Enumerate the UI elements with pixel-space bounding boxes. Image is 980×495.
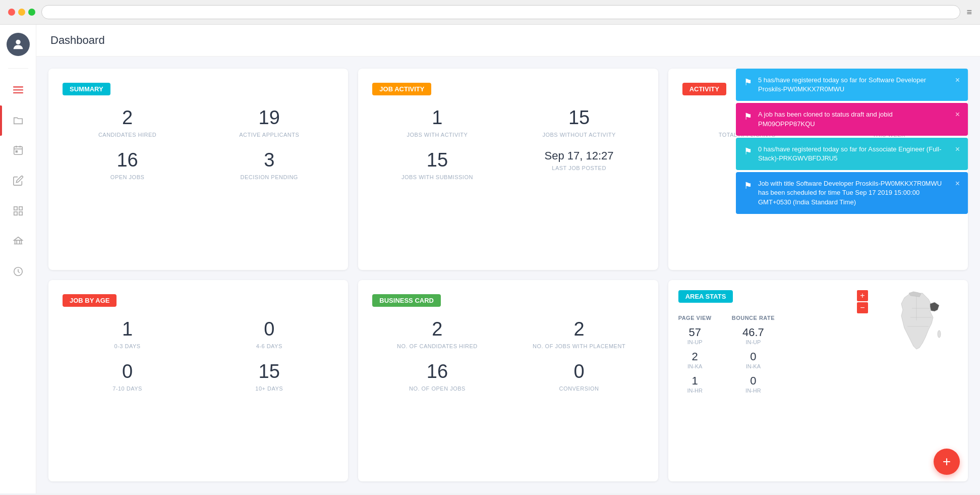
svg-rect-2 [13, 89, 23, 90]
stat-jobs-with-submission-label: JOBS WITH SUBMISSION [372, 174, 502, 180]
stat-decision-pending-label: DECISION PENDING [204, 174, 334, 180]
pv-up-value: 57 [678, 326, 712, 339]
stat-decision-pending-value: 3 [204, 150, 334, 171]
notification-text-1: 5 has/have registered today so far for S… [758, 76, 949, 94]
dot-yellow[interactable] [18, 9, 25, 16]
br-up-value: 46.7 [732, 326, 775, 339]
job-activity-card: JOB ACTIVITY 1 JOBS WITH ACTIVITY 15 JOB… [358, 69, 658, 270]
notification-close-1[interactable]: × [955, 76, 960, 85]
summary-card: SUMMARY 2 CANDIDATES HIRED 19 ACTIVE APP… [48, 69, 348, 270]
svg-rect-11 [14, 212, 17, 215]
stat-jobs-with-submission-value: 15 [372, 150, 502, 171]
stat-active-applicants-label: ACTIVE APPLICANTS [204, 132, 334, 138]
stat-open-jobs-value: 16 [63, 150, 192, 171]
business-card-badge: BUSINESS CARD [372, 294, 441, 307]
business-card: BUSINESS CARD 2 NO. OF CANDIDATES HIRED … [358, 280, 658, 481]
notification-icon-4: ⚑ [744, 180, 752, 191]
br-ka-value: 0 [732, 350, 775, 363]
pv-ka-label: IN-KA [678, 363, 712, 369]
notification-icon-2: ⚑ [744, 111, 752, 122]
stat-4-6-days-label: 4-6 DAYS [204, 343, 334, 349]
map-controls: + − [857, 290, 868, 313]
dashboard: ⚑ 5 has/have registered today so far for… [36, 57, 980, 493]
svg-rect-12 [19, 212, 22, 215]
stat-jobs-without-activity-label: JOBS WITHOUT ACTIVITY [514, 132, 644, 138]
notification-4: ⚑ Job with title Software Developer Pros… [736, 172, 968, 214]
stat-jobs-with-activity-value: 1 [372, 107, 502, 129]
page-title: Dashboard [50, 34, 966, 47]
area-stats-card: AREA STATS PAGE VIEW 57 IN-UP 2 IN-KA 1 … [668, 280, 968, 481]
pv-hr-label: IN-HR [678, 388, 712, 394]
notification-close-4[interactable]: × [955, 179, 960, 188]
sidebar [0, 25, 36, 493]
svg-rect-8 [16, 151, 17, 152]
notification-close-2[interactable]: × [955, 110, 960, 119]
stat-conversion-value: 0 [514, 361, 644, 382]
india-map-svg [871, 290, 962, 351]
stat-10plus-days-label: 10+ DAYS [204, 386, 334, 392]
map-zoom-in-button[interactable]: + [857, 290, 868, 301]
job-by-age-badge: JOB BY AGE [63, 294, 117, 307]
br-hr-value: 0 [732, 374, 775, 388]
br-up-label: IN-UP [732, 339, 775, 345]
svg-rect-3 [13, 92, 23, 93]
stat-conversion: 0 CONVERSION [514, 361, 644, 392]
bank-icon[interactable] [9, 232, 27, 250]
header: Dashboard [36, 25, 980, 57]
stat-jobs-with-submission: 15 JOBS WITH SUBMISSION [372, 150, 502, 180]
fab-button[interactable]: + [934, 449, 960, 475]
url-bar[interactable] [41, 5, 960, 19]
edit-icon[interactable] [9, 172, 27, 190]
stat-0-3-days-label: 0-3 DAYS [63, 343, 192, 349]
stat-conversion-label: CONVERSION [514, 386, 644, 392]
activity-badge: ACTIVITY [682, 83, 726, 95]
pv-up-label: IN-UP [678, 339, 712, 345]
folder-icon[interactable] [9, 111, 27, 129]
summary-stats: 2 CANDIDATES HIRED 19 ACTIVE APPLICANTS … [63, 107, 334, 180]
stat-candidates-hired-bc: 2 NO. OF CANDIDATES HIRED [372, 319, 502, 349]
stat-open-jobs-label: OPEN JOBS [63, 174, 192, 180]
grid-icon[interactable] [9, 202, 27, 220]
notification-1: ⚑ 5 has/have registered today so far for… [736, 69, 968, 101]
app-container: Dashboard ⚑ 5 has/have registered today … [0, 25, 980, 493]
stat-7-10-days-label: 7-10 DAYS [63, 386, 192, 392]
notification-text-4: Job with title Software Developer Proski… [758, 179, 949, 207]
map-container: + − [857, 290, 958, 471]
stat-open-jobs-bc: 16 NO. OF OPEN JOBS [372, 361, 502, 392]
browser-chrome: ≡ [0, 0, 980, 25]
svg-rect-10 [19, 207, 22, 210]
dot-green[interactable] [28, 9, 35, 16]
calendar-icon[interactable] [9, 141, 27, 159]
browser-menu-icon[interactable]: ≡ [966, 7, 972, 18]
dot-red[interactable] [8, 9, 15, 16]
stat-active-applicants: 19 ACTIVE APPLICANTS [204, 107, 334, 138]
sidebar-divider [8, 68, 28, 69]
job-activity-badge: JOB ACTIVITY [372, 83, 431, 95]
highlighted-region [930, 302, 939, 311]
stat-10plus-days-value: 15 [204, 361, 334, 382]
stat-10plus-days: 15 10+ DAYS [204, 361, 334, 392]
stat-jobs-with-placement-label: NO. OF JOBS WITH PLACEMENT [514, 343, 644, 349]
clock-icon[interactable] [9, 262, 27, 281]
sidebar-accent [0, 105, 2, 136]
main-content: Dashboard ⚑ 5 has/have registered today … [36, 25, 980, 493]
page-view-header: PAGE VIEW [678, 315, 712, 321]
notification-close-3[interactable]: × [955, 145, 960, 154]
map-zoom-out-button[interactable]: − [857, 302, 868, 313]
notifications-panel: ⚑ 5 has/have registered today so far for… [736, 69, 968, 214]
stat-jobs-without-activity-value: 15 [514, 107, 644, 129]
stat-candidates-hired-label: CANDIDATES HIRED [63, 132, 192, 138]
stat-candidates-hired: 2 CANDIDATES HIRED [63, 107, 192, 138]
svg-rect-9 [14, 207, 17, 210]
area-stats-badge: AREA STATS [678, 290, 733, 303]
notification-text-2: A job has been cloned to status draft an… [758, 110, 949, 128]
stat-4-6-days-value: 0 [204, 319, 334, 340]
svg-rect-4 [14, 147, 22, 155]
stat-0-3-days: 1 0-3 DAYS [63, 319, 192, 349]
notification-icon-1: ⚑ [744, 77, 752, 88]
business-card-stats: 2 NO. OF CANDIDATES HIRED 2 NO. OF JOBS … [372, 319, 644, 392]
pv-ka-value: 2 [678, 350, 712, 363]
svg-point-18 [938, 331, 941, 338]
pv-hr-value: 1 [678, 374, 712, 388]
hamburger-icon[interactable] [9, 81, 27, 99]
